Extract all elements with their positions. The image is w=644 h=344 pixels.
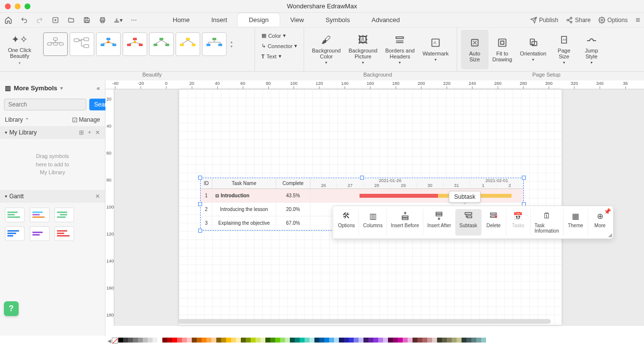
options-button[interactable]: Options (598, 17, 627, 24)
color-swatch[interactable] (408, 338, 412, 343)
no-color-swatch[interactable] (112, 338, 118, 344)
pin-icon[interactable]: 📌 (604, 208, 611, 215)
collapse-icon[interactable]: « (97, 84, 100, 92)
color-swatch[interactable] (457, 338, 462, 343)
color-swatch[interactable] (437, 338, 442, 343)
ctx-insert-before[interactable]: Insert Before (386, 209, 423, 236)
color-swatch[interactable] (143, 338, 148, 343)
color-swatch[interactable] (270, 338, 275, 343)
help-button[interactable]: ? (4, 301, 19, 316)
theme-thumb-4[interactable] (123, 32, 147, 56)
ctx-task-info[interactable]: 🗓Task Information (530, 209, 563, 236)
theme-thumb-6[interactable] (176, 32, 200, 56)
color-swatch[interactable] (290, 338, 295, 343)
color-swatch[interactable] (334, 338, 339, 343)
color-swatch[interactable] (118, 338, 123, 343)
redo-icon[interactable] (35, 16, 44, 25)
color-swatch[interactable] (417, 338, 422, 343)
color-swatch[interactable] (452, 338, 457, 343)
gantt-section-label[interactable]: Gantt (9, 193, 24, 200)
gantt-template-1[interactable] (5, 208, 25, 222)
tab-design[interactable]: Design (238, 13, 279, 26)
fit-drawing-button[interactable]: Fit to Drawing (489, 30, 516, 69)
auto-size-button[interactable]: Auto Size (461, 30, 489, 69)
color-swatch[interactable] (280, 338, 285, 343)
color-swatch[interactable] (314, 338, 319, 343)
gantt-template-5[interactable] (30, 226, 50, 241)
close-lib-icon[interactable]: ✕ (95, 129, 100, 136)
manage-button[interactable]: Manage (72, 116, 100, 123)
dropdown-icon[interactable]: ▾ (60, 85, 63, 91)
theme-thumb-7[interactable] (202, 32, 227, 56)
color-swatch[interactable] (388, 338, 393, 343)
gantt-template-2[interactable] (30, 208, 50, 222)
theme-expand-icon[interactable]: ▴▾ (229, 40, 234, 49)
close-gantt-icon[interactable]: ✕ (95, 193, 100, 200)
publish-button[interactable]: Publish (530, 17, 558, 24)
color-swatch[interactable] (157, 338, 162, 343)
one-click-beautify-button[interactable]: ✦✧ One Click Beautify ▾ (4, 29, 35, 69)
save-icon[interactable] (82, 16, 91, 25)
color-swatch[interactable] (471, 338, 476, 343)
tab-insert[interactable]: Insert (201, 13, 238, 26)
color-swatch[interactable] (427, 338, 432, 343)
color-swatch[interactable] (241, 338, 246, 343)
color-swatch[interactable] (300, 338, 305, 343)
plus-icon[interactable]: + (88, 129, 91, 136)
borders-headers-button[interactable]: Borders and Headers▾ (381, 30, 418, 69)
gantt-template-3[interactable] (54, 208, 74, 222)
color-swatch[interactable] (412, 338, 417, 343)
undo-icon[interactable] (20, 16, 28, 25)
text-dropdown[interactable]: TText ▾ (259, 52, 300, 60)
print-icon[interactable] (98, 16, 107, 25)
color-swatch[interactable] (128, 338, 133, 343)
color-swatch[interactable] (192, 338, 197, 343)
color-swatch[interactable] (148, 338, 153, 343)
open-icon[interactable] (67, 16, 76, 25)
color-dropdown[interactable]: ▦Color ▾ (259, 31, 300, 40)
library-label[interactable]: Library (5, 116, 23, 123)
color-swatch[interactable] (466, 338, 471, 343)
tab-home[interactable]: Home (162, 13, 201, 26)
color-swatch[interactable] (378, 338, 383, 343)
color-swatch[interactable] (202, 338, 206, 343)
color-swatch[interactable] (383, 338, 388, 343)
color-swatch[interactable] (251, 338, 256, 343)
ctx-subtask[interactable]: Subtask (455, 209, 481, 236)
color-swatch[interactable] (339, 338, 344, 343)
color-swatch[interactable] (265, 338, 270, 343)
ctx-columns[interactable]: ▥Columns (359, 209, 386, 236)
color-swatch[interactable] (285, 338, 290, 343)
color-swatch[interactable] (393, 338, 398, 343)
color-swatch[interactable] (172, 338, 177, 343)
color-swatch[interactable] (368, 338, 373, 343)
color-swatch[interactable] (324, 338, 329, 343)
menu-icon[interactable]: ≡ (636, 16, 640, 25)
color-swatch[interactable] (349, 338, 354, 343)
connector-dropdown[interactable]: ↳Connector ▾ (259, 42, 300, 50)
color-swatch[interactable] (216, 338, 221, 343)
expand-gantt-icon[interactable]: ▾ (5, 194, 7, 199)
color-swatch[interactable] (422, 338, 427, 343)
export-icon[interactable]: ▾ (114, 16, 123, 25)
color-swatch[interactable] (167, 338, 172, 343)
orientation-button[interactable]: Orientation▾ (516, 30, 550, 69)
tab-symbols[interactable]: Symbols (315, 13, 361, 26)
resize-handle-icon[interactable]: ◢ (608, 232, 612, 238)
more-icon[interactable]: ⋯ (129, 16, 138, 25)
expand-icon[interactable]: ▾ (5, 130, 7, 135)
theme-thumb-5[interactable] (149, 32, 174, 56)
color-swatch[interactable] (182, 338, 187, 343)
tab-advanced[interactable]: Advanced (361, 13, 411, 26)
color-swatch[interactable] (162, 338, 167, 343)
home-icon[interactable] (4, 16, 13, 25)
page-size-button[interactable]: A4Page Size▾ (550, 30, 578, 69)
color-swatch[interactable] (398, 338, 403, 343)
color-swatch[interactable] (373, 338, 378, 343)
color-swatch[interactable] (123, 338, 128, 343)
color-swatch[interactable] (260, 338, 265, 343)
tab-view[interactable]: View (280, 13, 315, 26)
color-swatch[interactable] (246, 338, 251, 343)
color-swatch[interactable] (432, 338, 437, 343)
color-swatch[interactable] (226, 338, 231, 343)
